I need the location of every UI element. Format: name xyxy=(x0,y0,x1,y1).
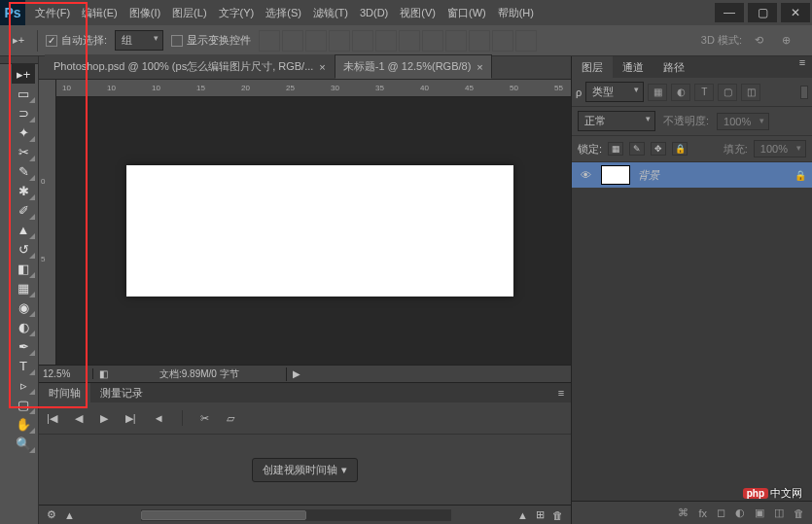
timeline-options-icon[interactable]: ⚙ xyxy=(47,508,56,521)
rectangle-tool[interactable]: ▢ xyxy=(12,395,35,414)
move-tool[interactable]: ▸+ xyxy=(12,64,35,84)
lock-position-icon[interactable]: ✥ xyxy=(651,142,666,156)
opacity-value[interactable]: 100% xyxy=(717,113,769,130)
layer-style-icon[interactable]: fx xyxy=(698,507,707,519)
layer-row[interactable]: 👁 背景 🔒 xyxy=(572,162,812,188)
filter-pixel-icon[interactable]: ▦ xyxy=(648,84,667,101)
mute-icon[interactable]: ◄ xyxy=(154,412,164,424)
eraser-tool[interactable]: ◧ xyxy=(12,259,35,278)
status-menu-icon[interactable]: ▶ xyxy=(287,368,306,379)
menu-window[interactable]: 窗口(W) xyxy=(441,0,492,25)
tab-channels[interactable]: 通道 xyxy=(613,56,653,78)
menu-layer[interactable]: 图层(L) xyxy=(166,0,212,25)
auto-select-checkbox[interactable] xyxy=(46,35,57,47)
canvas-area[interactable]: 10 10 10 15 20 25 30 35 40 45 50 55 xyxy=(56,80,571,365)
filter-type-icon[interactable]: T xyxy=(694,84,714,101)
lasso-tool[interactable]: ⊃ xyxy=(12,103,35,122)
ruler-vertical[interactable]: 0 5 xyxy=(39,80,56,365)
tab-close-icon[interactable]: × xyxy=(477,61,482,73)
delete-layer-icon[interactable]: 🗑 xyxy=(794,507,804,519)
gradient-tool[interactable]: ▦ xyxy=(12,278,35,297)
layer-name[interactable]: 背景 xyxy=(638,168,787,183)
zoom-tool[interactable]: 🔍 xyxy=(12,434,35,453)
menu-3d[interactable]: 3D(D) xyxy=(354,0,394,25)
filter-shape-icon[interactable]: ▢ xyxy=(718,84,737,101)
stamp-tool[interactable]: ▲ xyxy=(12,220,35,239)
window-close[interactable]: ✕ xyxy=(781,3,810,22)
canvas[interactable] xyxy=(126,165,513,297)
blur-tool[interactable]: ◉ xyxy=(12,297,35,317)
path-select-tool[interactable]: ▹ xyxy=(12,375,35,395)
panel-menu-icon[interactable]: ≡ xyxy=(551,387,571,399)
hand-tool[interactable]: ✋ xyxy=(12,414,35,434)
split-icon[interactable]: ✂ xyxy=(200,412,209,425)
healing-tool[interactable]: ✱ xyxy=(12,181,35,200)
marquee-tool[interactable]: ▭ xyxy=(12,84,35,103)
window-maximize[interactable]: ▢ xyxy=(748,3,777,22)
type-tool[interactable]: T xyxy=(12,356,35,375)
menu-image[interactable]: 图像(I) xyxy=(124,0,166,25)
window-minimize[interactable]: — xyxy=(715,3,744,22)
lock-image-icon[interactable]: ✎ xyxy=(629,142,645,156)
prev-frame-icon[interactable]: ◀ xyxy=(75,412,83,425)
menu-file[interactable]: 文件(F) xyxy=(29,0,76,25)
filter-kind-icon[interactable]: ρ xyxy=(576,87,582,98)
zoom-in-icon[interactable]: ▲ xyxy=(517,509,528,521)
convert-icon[interactable]: ⊞ xyxy=(536,508,545,521)
history-brush-tool[interactable]: ↺ xyxy=(12,239,35,259)
menu-edit[interactable]: 编辑(E) xyxy=(76,0,124,25)
tab-close-icon[interactable]: × xyxy=(319,61,325,73)
next-frame-icon[interactable]: ▶| xyxy=(125,412,136,425)
panel-menu-icon[interactable]: ≡ xyxy=(793,56,812,78)
adjustment-layer-icon[interactable]: ◐ xyxy=(735,507,745,519)
menu-help[interactable]: 帮助(H) xyxy=(492,0,540,25)
filter-smart-icon[interactable]: ◫ xyxy=(741,84,760,101)
timeline-zoom-slider[interactable] xyxy=(141,509,451,521)
auto-select-dropdown[interactable]: 组 xyxy=(115,30,163,51)
menu-view[interactable]: 视图(V) xyxy=(394,0,441,25)
document-tab[interactable]: Photoshop.psd @ 100% (ps怎么编辑图片尺寸, RGB/..… xyxy=(45,54,335,79)
brush-tool[interactable]: ✐ xyxy=(12,200,35,220)
move-tool-icon[interactable]: ▸+ xyxy=(8,30,29,52)
play-icon[interactable]: ▶ xyxy=(100,412,108,425)
lock-transparency-icon[interactable]: ▦ xyxy=(608,142,623,156)
menu-filter[interactable]: 滤镜(T) xyxy=(307,0,354,25)
zoom-out-icon[interactable]: ▲ xyxy=(64,509,75,521)
zoom-level[interactable]: 12.5% xyxy=(39,368,93,379)
blend-mode-dropdown[interactable]: 正常 xyxy=(578,111,655,131)
tab-timeline[interactable]: 时间轴 xyxy=(39,383,90,403)
show-transform-option[interactable]: 显示变换控件 xyxy=(171,33,251,48)
crop-tool[interactable]: ✂ xyxy=(12,142,35,161)
tab-paths[interactable]: 路径 xyxy=(653,56,694,78)
show-transform-checkbox[interactable] xyxy=(171,35,183,47)
visibility-icon[interactable]: 👁 xyxy=(578,169,593,181)
layer-thumbnail[interactable] xyxy=(601,165,630,185)
delete-icon[interactable]: 🗑 xyxy=(552,509,563,521)
document-tab[interactable]: 未标题-1 @ 12.5%(RGB/8) × xyxy=(335,54,492,79)
filter-kind-dropdown[interactable]: 类型 xyxy=(585,82,644,102)
fill-value[interactable]: 100% xyxy=(754,140,806,157)
menu-select[interactable]: 选择(S) xyxy=(260,0,307,25)
new-layer-icon[interactable]: ◫ xyxy=(774,507,784,519)
create-video-timeline-button[interactable]: 创建视频时间轴 ▾ xyxy=(252,458,358,482)
tab-measurement[interactable]: 测量记录 xyxy=(90,383,153,403)
document-info[interactable]: 文档:9.89M/0 字节 xyxy=(113,367,287,381)
goto-first-icon[interactable]: |◀ xyxy=(47,412,57,425)
ruler-horizontal[interactable]: 10 10 10 15 20 25 30 35 40 45 50 55 xyxy=(56,80,571,97)
layer-mask-icon[interactable]: ◻ xyxy=(717,507,725,519)
mode3d-pan-icon[interactable]: ⊕ xyxy=(775,30,796,52)
link-layers-icon[interactable]: ⌘ xyxy=(678,507,688,519)
eyedropper-tool[interactable]: ✎ xyxy=(12,161,35,181)
filter-toggle[interactable] xyxy=(800,86,808,99)
tab-layers[interactable]: 图层 xyxy=(572,56,613,78)
menu-type[interactable]: 文字(Y) xyxy=(213,0,261,25)
auto-select-option[interactable]: 自动选择: xyxy=(46,33,107,48)
quick-select-tool[interactable]: ✦ xyxy=(12,122,35,142)
group-icon[interactable]: ▣ xyxy=(755,507,764,519)
mode3d-orbit-icon[interactable]: ⟲ xyxy=(748,30,769,52)
filter-adjust-icon[interactable]: ◐ xyxy=(671,84,690,101)
pen-tool[interactable]: ✒ xyxy=(12,336,35,356)
lock-all-icon[interactable]: 🔒 xyxy=(672,142,688,156)
transition-icon[interactable]: ▱ xyxy=(227,412,234,425)
status-preview-icon[interactable]: ◧ xyxy=(93,368,113,379)
